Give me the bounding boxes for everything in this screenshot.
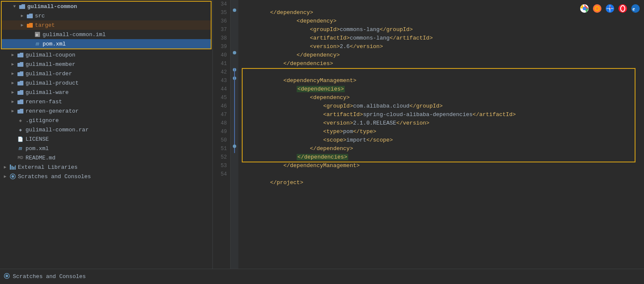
sidebar-item-member[interactable]: gulimall-member (0, 60, 212, 69)
gutter (231, 0, 238, 269)
readme-icon: MD (17, 154, 24, 161)
line-num: 41 (213, 60, 227, 68)
sidebar-item-label: target (35, 22, 55, 28)
xml-icon: m (34, 40, 41, 47)
line-num: 38 (213, 34, 227, 43)
line-num: 51 (213, 145, 227, 153)
tree-arrow (9, 51, 16, 58)
sidebar-item-src[interactable]: src (2, 11, 211, 20)
sidebar-item-label: gulimall-member (26, 61, 75, 68)
line-num: 44 (213, 85, 227, 94)
folder-blue-icon (19, 3, 26, 10)
scratches-icon (9, 173, 16, 180)
gutter-mark (233, 51, 236, 54)
gitignore-icon (17, 117, 24, 124)
sidebar-item-label: pom.xml (26, 145, 49, 152)
sidebar-item-label: gulimall-product (26, 80, 79, 86)
svg-rect-1 (27, 14, 33, 18)
svg-rect-15 (15, 165, 16, 170)
folder-blue-icon (17, 89, 24, 96)
line-num: 49 (213, 128, 227, 136)
sidebar-item-pom-root[interactable]: m pom.xml (0, 144, 212, 153)
tree-arrow (9, 61, 16, 68)
sidebar-item-gitignore[interactable]: .gitignore (0, 116, 212, 125)
line-num: 47 (213, 111, 227, 119)
line-num: 37 (213, 26, 227, 34)
sidebar-item-external-libraries[interactable]: External Libraries (0, 162, 212, 172)
tree-arrow (9, 80, 16, 86)
sidebar-item-order[interactable]: gulimall-order (0, 69, 212, 78)
folder-orange-icon (26, 22, 33, 28)
sidebar-item-renren-fast[interactable]: renren-fast (0, 97, 212, 106)
svg-rect-5 (17, 54, 23, 57)
sidebar-item-label: pom.xml (43, 41, 66, 47)
scratches-label: Scratches and Consoles (13, 273, 86, 280)
ext-libs-icon (9, 164, 16, 170)
svg-rect-12 (10, 165, 11, 170)
sidebar-item-label: src (35, 13, 45, 19)
tree-arrow (9, 89, 16, 96)
sidebar-item-label: External Libraries (18, 164, 77, 170)
svg-rect-10 (17, 100, 23, 104)
line-num: 45 (213, 94, 227, 102)
code-area[interactable]: </dependency> <dependency> <groupId>comm… (238, 0, 644, 269)
sidebar-item-label: README.md (26, 155, 55, 161)
svg-point-34 (6, 275, 8, 277)
tree-arrow (2, 164, 9, 170)
gutter-mark (233, 9, 236, 12)
sidebar-item-label: renren-generator (26, 108, 79, 114)
svg-point-17 (11, 175, 14, 178)
editor[interactable]: e 34 35 36 37 38 39 40 41 42 43 44 45 46… (213, 0, 644, 269)
scratches-icon-bottom (3, 273, 10, 281)
svg-rect-8 (17, 82, 23, 85)
sidebar-item-coupon[interactable]: gulimall-coupon (0, 50, 212, 60)
sidebar-item-license[interactable]: 📄 LICENSE (0, 134, 212, 144)
sidebar-item-label: gulimall-common (27, 3, 77, 10)
folder-blue-icon (17, 98, 24, 105)
sidebar-item-label: gulimall-common.iml (43, 31, 106, 38)
svg-text:⚙: ⚙ (35, 33, 38, 37)
sidebar-item-label: gulimall-common.rar (26, 127, 89, 133)
iml-icon: ⚙ (34, 31, 41, 38)
code-line-34: </dependency> (243, 0, 639, 9)
sidebar-item-label: gulimall-ware (26, 89, 69, 96)
folder-blue-icon (17, 51, 24, 58)
line-numbers: 34 35 36 37 38 39 40 41 42 43 44 45 46 4… (213, 0, 231, 269)
sidebar-item-iml[interactable]: ⚙ gulimall-common.iml (2, 30, 211, 39)
fold-line (234, 68, 235, 153)
sidebar-item-ware[interactable]: gulimall-ware (0, 88, 212, 97)
sidebar-item-label: gulimall-coupon (26, 52, 75, 58)
main-container: gulimall-common src target (0, 0, 644, 269)
line-num: 50 (213, 136, 227, 145)
sidebar-item-scratches[interactable]: Scratches and Consoles (0, 172, 212, 181)
svg-rect-6 (17, 63, 23, 67)
sidebar-item-label: .gitignore (26, 117, 59, 124)
folder-blue-icon (17, 80, 24, 86)
rar-icon: ◈ (17, 126, 24, 133)
sidebar-item-label: Scratches and Consoles (18, 173, 91, 180)
folder-blue-icon (17, 108, 24, 114)
sidebar-item-renren-generator[interactable]: renren-generator (0, 106, 212, 116)
sidebar-item-readme[interactable]: MD README.md (0, 153, 212, 162)
tree-arrow (9, 108, 16, 114)
line-num: 46 (213, 102, 227, 111)
sidebar-item-target[interactable]: target (2, 20, 211, 30)
folder-blue-icon (17, 70, 24, 77)
svg-rect-9 (17, 91, 23, 95)
svg-rect-0 (19, 5, 25, 9)
line-num: 52 (213, 153, 227, 162)
line-num: 39 (213, 43, 227, 51)
sidebar-item-product[interactable]: gulimall-product (0, 78, 212, 88)
line-num: 34 (213, 0, 227, 9)
sidebar[interactable]: gulimall-common src target (0, 0, 213, 269)
sidebar-item-gulimall-common[interactable]: gulimall-common (2, 2, 211, 11)
license-icon: 📄 (17, 136, 24, 142)
line-num: 54 (213, 170, 227, 179)
scratches-console-item[interactable]: Scratches and Consoles (3, 273, 86, 281)
sidebar-item-rar[interactable]: ◈ gulimall-common.rar (0, 125, 212, 134)
line-num: 42 (213, 68, 227, 77)
xml-root-icon: m (17, 145, 24, 152)
line-num: 35 (213, 9, 227, 17)
line-num: 48 (213, 119, 227, 128)
sidebar-item-pom-common[interactable]: m pom.xml (2, 39, 211, 48)
